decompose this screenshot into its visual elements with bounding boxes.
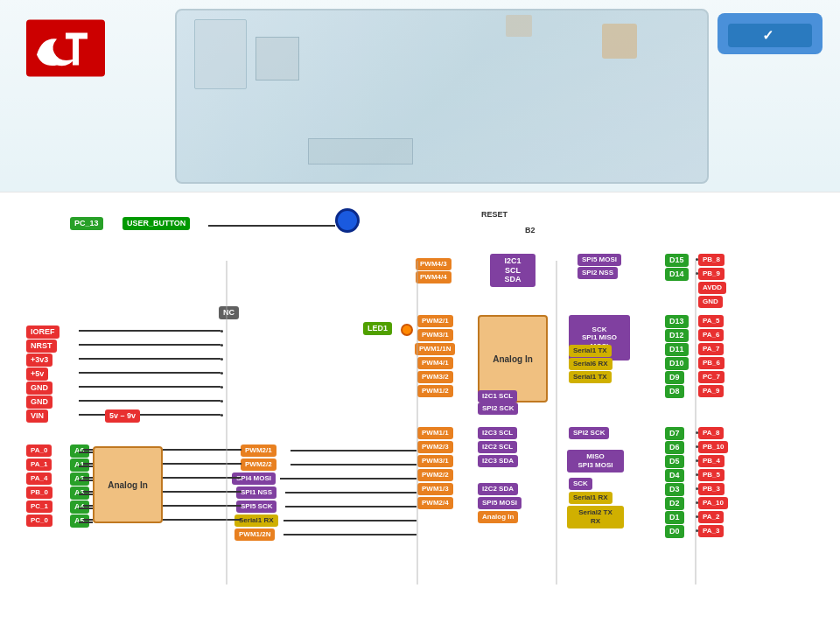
3v3-pin: +3v3 bbox=[26, 354, 52, 367]
pwm12n-cn8: PWM1/2N bbox=[234, 528, 275, 541]
mbed-enabled: ✓ bbox=[728, 24, 812, 47]
dot-ioref bbox=[220, 330, 223, 332]
d4-label: D4 bbox=[665, 469, 684, 482]
d1-label: D1 bbox=[665, 511, 684, 524]
reset-label: RESET bbox=[481, 210, 508, 219]
d3-label: D3 bbox=[665, 483, 684, 496]
dot-vin bbox=[220, 414, 223, 416]
pa5-pin: PA_5 bbox=[698, 315, 724, 327]
pcb-board bbox=[175, 9, 709, 184]
mbed-logo: ✓ bbox=[718, 13, 822, 54]
pa9-pin: PA_9 bbox=[698, 385, 724, 397]
d15-label: D15 bbox=[665, 254, 689, 267]
ana-right-line1 bbox=[163, 449, 242, 451]
pwm11-cn9: PWM1/1 bbox=[417, 427, 453, 439]
a0-line bbox=[79, 452, 93, 453]
pwm21-cn5: PWM2/1 bbox=[417, 315, 453, 327]
cn8-line7 bbox=[284, 534, 416, 536]
pwm31-cn9: PWM3/1 bbox=[417, 455, 453, 467]
pwm22-cn9: PWM2/2 bbox=[417, 469, 453, 481]
i2c1scl-cn5: I2C1 SCL bbox=[478, 390, 517, 402]
ana-line2 bbox=[83, 463, 93, 465]
gnd2-line bbox=[79, 400, 220, 402]
user-button-line bbox=[208, 225, 335, 227]
cn8-line5 bbox=[285, 506, 416, 508]
spi2nss-cn5top: SPI2 NSS bbox=[578, 267, 618, 279]
right-vertical-line bbox=[695, 261, 696, 584]
a5-line bbox=[79, 522, 93, 523]
pa6-pin: PA_6 bbox=[698, 329, 724, 341]
pa3-pin: PA_3 bbox=[698, 525, 724, 537]
vin-pin: VIN bbox=[26, 410, 48, 423]
pb0-pin: PB_0 bbox=[26, 486, 52, 499]
led1-circle bbox=[401, 324, 413, 336]
pc7-pin: PC_7 bbox=[698, 371, 724, 383]
cn8-line4 bbox=[285, 492, 416, 494]
pa7-pin: PA_7 bbox=[698, 343, 724, 355]
ana-line3 bbox=[83, 477, 93, 479]
d0-label: D0 bbox=[665, 525, 684, 538]
d11-label: D11 bbox=[665, 343, 689, 356]
pa1-pin: PA_1 bbox=[26, 458, 52, 471]
pwm12-cn5: PWM1/2 bbox=[417, 385, 453, 397]
pb6-pin: PB_6 bbox=[698, 357, 724, 369]
d14-label: D14 bbox=[665, 268, 689, 281]
dot-gnd2 bbox=[220, 400, 223, 402]
b2-label: B2 bbox=[525, 226, 536, 234]
serial1rx-cn9: Serial1 RX bbox=[569, 492, 612, 504]
ana-right-line6 bbox=[163, 519, 242, 521]
pa10-pin: PA_10 bbox=[698, 497, 728, 509]
gnd1-pin: GND bbox=[26, 382, 52, 395]
pc1-pin: PC_1 bbox=[26, 500, 52, 513]
i2c2scl-cn9: I2C2 SCL bbox=[478, 441, 517, 453]
gnd1-line bbox=[79, 386, 220, 388]
serial1tx-cn5: Serial1 TX bbox=[569, 345, 612, 357]
led1-label: LED1 bbox=[363, 322, 392, 335]
dot-gnd1 bbox=[220, 386, 223, 388]
d5-label: D5 bbox=[665, 455, 684, 468]
i2c3sda-cn9: I2C3 SDA bbox=[478, 455, 518, 467]
user-button-circle[interactable] bbox=[335, 208, 360, 233]
cn8-line6 bbox=[284, 520, 416, 522]
d8-label: D8 bbox=[665, 385, 684, 398]
5v-line bbox=[79, 372, 220, 374]
nc-label: NC bbox=[219, 306, 239, 319]
pwm44-cn6: PWM4/4 bbox=[416, 271, 452, 284]
analogin-cn9: Analog In bbox=[478, 511, 518, 523]
pb8-pin: PB_8 bbox=[698, 254, 724, 266]
avdd-pin: AVDD bbox=[698, 282, 726, 294]
d6-label: D6 bbox=[665, 441, 684, 454]
cn8-line1 bbox=[290, 450, 416, 452]
spi5mosi-cn5top: SPI5 MOSI bbox=[578, 254, 621, 266]
analog-in-block-cn5: Analog In bbox=[478, 315, 548, 402]
d10-label: D10 bbox=[665, 357, 689, 370]
spi5sck-cn8: SPI5 SCK bbox=[236, 500, 276, 513]
d2-label: D2 bbox=[665, 497, 684, 510]
svg-rect-0 bbox=[26, 20, 105, 77]
ana-line1 bbox=[83, 449, 93, 451]
dot-3v3 bbox=[220, 358, 223, 360]
pwm13-cn9: PWM1/3 bbox=[417, 483, 453, 495]
ioref-line bbox=[79, 330, 220, 332]
ana-line5 bbox=[83, 505, 93, 507]
pa4-pin: PA_4 bbox=[26, 472, 52, 485]
d12-label: D12 bbox=[665, 329, 689, 342]
a2-line bbox=[79, 480, 93, 481]
dot-nrst bbox=[220, 344, 223, 346]
spi2sck-cn9: SPI2 SCK bbox=[569, 427, 609, 439]
ana-line4 bbox=[83, 491, 93, 493]
pa8-pin: PA_8 bbox=[698, 427, 724, 439]
pwm31-cn5: PWM3/1 bbox=[417, 329, 453, 341]
3v3-line bbox=[79, 358, 220, 360]
mbed-checkmark: ✓ bbox=[762, 27, 774, 44]
i2c1-block: I2C1SCLSDA bbox=[490, 254, 536, 287]
pa0-pin: PA_0 bbox=[26, 444, 52, 457]
serial6rx-cn5: Serial6 RX bbox=[569, 358, 612, 370]
nrst-pin: NRST bbox=[26, 340, 57, 353]
pb10-pin: PB_10 bbox=[698, 441, 728, 453]
spi1nss-cn8: SPI1 NSS bbox=[236, 486, 276, 499]
gnd2-pin: GND bbox=[26, 396, 52, 409]
pwm24-cn9: PWM2/4 bbox=[417, 497, 453, 509]
st-logo bbox=[26, 18, 105, 79]
pwm41-cn5: PWM4/1 bbox=[417, 357, 453, 369]
